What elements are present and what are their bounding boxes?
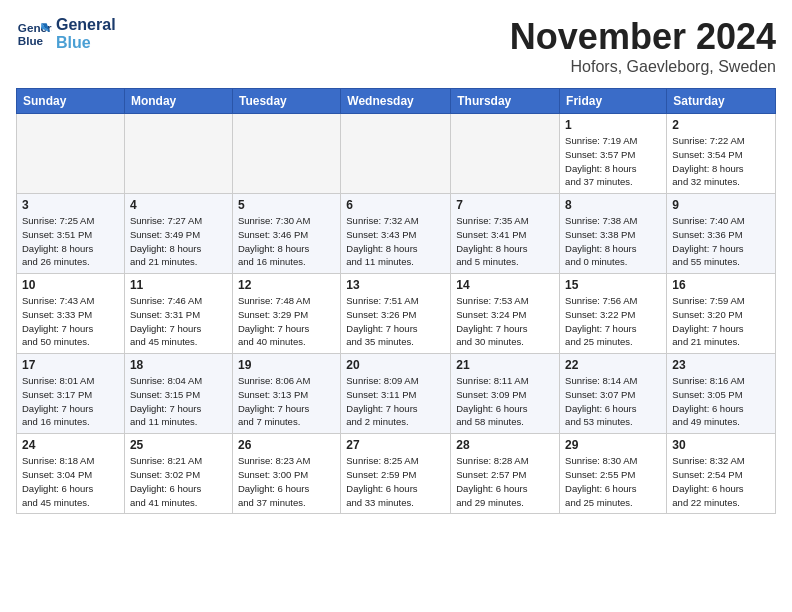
calendar-cell (451, 114, 560, 194)
month-title: November 2024 (510, 16, 776, 58)
day-number: 30 (672, 438, 770, 452)
day-number: 28 (456, 438, 554, 452)
day-number: 14 (456, 278, 554, 292)
calendar-cell: 21Sunrise: 8:11 AM Sunset: 3:09 PM Dayli… (451, 354, 560, 434)
day-info: Sunrise: 8:16 AM Sunset: 3:05 PM Dayligh… (672, 374, 770, 429)
weekday-header-thursday: Thursday (451, 89, 560, 114)
day-number: 1 (565, 118, 661, 132)
day-info: Sunrise: 7:43 AM Sunset: 3:33 PM Dayligh… (22, 294, 119, 349)
day-info: Sunrise: 8:04 AM Sunset: 3:15 PM Dayligh… (130, 374, 227, 429)
day-info: Sunrise: 7:53 AM Sunset: 3:24 PM Dayligh… (456, 294, 554, 349)
day-info: Sunrise: 7:56 AM Sunset: 3:22 PM Dayligh… (565, 294, 661, 349)
day-info: Sunrise: 7:46 AM Sunset: 3:31 PM Dayligh… (130, 294, 227, 349)
day-number: 20 (346, 358, 445, 372)
day-number: 15 (565, 278, 661, 292)
calendar-header-row: SundayMondayTuesdayWednesdayThursdayFrid… (17, 89, 776, 114)
weekday-header-sunday: Sunday (17, 89, 125, 114)
day-info: Sunrise: 7:30 AM Sunset: 3:46 PM Dayligh… (238, 214, 335, 269)
day-info: Sunrise: 7:40 AM Sunset: 3:36 PM Dayligh… (672, 214, 770, 269)
day-number: 10 (22, 278, 119, 292)
page-header: General Blue General Blue November 2024 … (16, 16, 776, 76)
calendar-cell: 28Sunrise: 8:28 AM Sunset: 2:57 PM Dayli… (451, 434, 560, 514)
calendar-cell: 14Sunrise: 7:53 AM Sunset: 3:24 PM Dayli… (451, 274, 560, 354)
day-info: Sunrise: 8:01 AM Sunset: 3:17 PM Dayligh… (22, 374, 119, 429)
day-info: Sunrise: 7:19 AM Sunset: 3:57 PM Dayligh… (565, 134, 661, 189)
day-number: 22 (565, 358, 661, 372)
day-number: 2 (672, 118, 770, 132)
day-number: 7 (456, 198, 554, 212)
calendar-cell: 6Sunrise: 7:32 AM Sunset: 3:43 PM Daylig… (341, 194, 451, 274)
day-number: 8 (565, 198, 661, 212)
calendar-cell: 29Sunrise: 8:30 AM Sunset: 2:55 PM Dayli… (560, 434, 667, 514)
day-info: Sunrise: 7:59 AM Sunset: 3:20 PM Dayligh… (672, 294, 770, 349)
day-info: Sunrise: 8:28 AM Sunset: 2:57 PM Dayligh… (456, 454, 554, 509)
day-number: 16 (672, 278, 770, 292)
day-info: Sunrise: 7:35 AM Sunset: 3:41 PM Dayligh… (456, 214, 554, 269)
calendar-cell: 24Sunrise: 8:18 AM Sunset: 3:04 PM Dayli… (17, 434, 125, 514)
calendar-cell: 13Sunrise: 7:51 AM Sunset: 3:26 PM Dayli… (341, 274, 451, 354)
day-number: 27 (346, 438, 445, 452)
day-info: Sunrise: 8:25 AM Sunset: 2:59 PM Dayligh… (346, 454, 445, 509)
calendar-week-row: 1Sunrise: 7:19 AM Sunset: 3:57 PM Daylig… (17, 114, 776, 194)
calendar-cell: 11Sunrise: 7:46 AM Sunset: 3:31 PM Dayli… (124, 274, 232, 354)
day-number: 19 (238, 358, 335, 372)
calendar-cell: 30Sunrise: 8:32 AM Sunset: 2:54 PM Dayli… (667, 434, 776, 514)
day-info: Sunrise: 8:11 AM Sunset: 3:09 PM Dayligh… (456, 374, 554, 429)
calendar-cell: 12Sunrise: 7:48 AM Sunset: 3:29 PM Dayli… (232, 274, 340, 354)
day-info: Sunrise: 7:27 AM Sunset: 3:49 PM Dayligh… (130, 214, 227, 269)
day-number: 23 (672, 358, 770, 372)
calendar-cell: 18Sunrise: 8:04 AM Sunset: 3:15 PM Dayli… (124, 354, 232, 434)
day-number: 5 (238, 198, 335, 212)
day-info: Sunrise: 7:22 AM Sunset: 3:54 PM Dayligh… (672, 134, 770, 189)
calendar-cell: 10Sunrise: 7:43 AM Sunset: 3:33 PM Dayli… (17, 274, 125, 354)
day-number: 9 (672, 198, 770, 212)
calendar-cell: 8Sunrise: 7:38 AM Sunset: 3:38 PM Daylig… (560, 194, 667, 274)
day-number: 11 (130, 278, 227, 292)
day-info: Sunrise: 8:32 AM Sunset: 2:54 PM Dayligh… (672, 454, 770, 509)
calendar-cell (17, 114, 125, 194)
day-info: Sunrise: 8:23 AM Sunset: 3:00 PM Dayligh… (238, 454, 335, 509)
weekday-header-saturday: Saturday (667, 89, 776, 114)
logo-icon: General Blue (16, 16, 52, 52)
logo-line2: Blue (56, 34, 116, 52)
svg-text:Blue: Blue (18, 34, 44, 47)
calendar-week-row: 3Sunrise: 7:25 AM Sunset: 3:51 PM Daylig… (17, 194, 776, 274)
day-number: 29 (565, 438, 661, 452)
calendar-cell: 19Sunrise: 8:06 AM Sunset: 3:13 PM Dayli… (232, 354, 340, 434)
day-number: 18 (130, 358, 227, 372)
calendar-cell (124, 114, 232, 194)
calendar-cell: 27Sunrise: 8:25 AM Sunset: 2:59 PM Dayli… (341, 434, 451, 514)
location-subtitle: Hofors, Gaevleborg, Sweden (510, 58, 776, 76)
calendar-cell: 7Sunrise: 7:35 AM Sunset: 3:41 PM Daylig… (451, 194, 560, 274)
calendar-cell: 4Sunrise: 7:27 AM Sunset: 3:49 PM Daylig… (124, 194, 232, 274)
calendar-cell: 5Sunrise: 7:30 AM Sunset: 3:46 PM Daylig… (232, 194, 340, 274)
weekday-header-friday: Friday (560, 89, 667, 114)
day-number: 17 (22, 358, 119, 372)
title-block: November 2024 Hofors, Gaevleborg, Sweden (510, 16, 776, 76)
calendar-week-row: 24Sunrise: 8:18 AM Sunset: 3:04 PM Dayli… (17, 434, 776, 514)
day-info: Sunrise: 8:14 AM Sunset: 3:07 PM Dayligh… (565, 374, 661, 429)
calendar-cell (341, 114, 451, 194)
weekday-header-wednesday: Wednesday (341, 89, 451, 114)
calendar-cell: 16Sunrise: 7:59 AM Sunset: 3:20 PM Dayli… (667, 274, 776, 354)
day-info: Sunrise: 7:25 AM Sunset: 3:51 PM Dayligh… (22, 214, 119, 269)
day-info: Sunrise: 7:32 AM Sunset: 3:43 PM Dayligh… (346, 214, 445, 269)
day-info: Sunrise: 7:51 AM Sunset: 3:26 PM Dayligh… (346, 294, 445, 349)
day-info: Sunrise: 7:38 AM Sunset: 3:38 PM Dayligh… (565, 214, 661, 269)
day-number: 25 (130, 438, 227, 452)
calendar-cell: 3Sunrise: 7:25 AM Sunset: 3:51 PM Daylig… (17, 194, 125, 274)
calendar-cell: 20Sunrise: 8:09 AM Sunset: 3:11 PM Dayli… (341, 354, 451, 434)
day-number: 6 (346, 198, 445, 212)
calendar-cell (232, 114, 340, 194)
logo: General Blue General Blue (16, 16, 116, 52)
day-number: 21 (456, 358, 554, 372)
day-info: Sunrise: 8:09 AM Sunset: 3:11 PM Dayligh… (346, 374, 445, 429)
calendar-cell: 23Sunrise: 8:16 AM Sunset: 3:05 PM Dayli… (667, 354, 776, 434)
calendar-cell: 9Sunrise: 7:40 AM Sunset: 3:36 PM Daylig… (667, 194, 776, 274)
day-info: Sunrise: 8:06 AM Sunset: 3:13 PM Dayligh… (238, 374, 335, 429)
calendar-cell: 25Sunrise: 8:21 AM Sunset: 3:02 PM Dayli… (124, 434, 232, 514)
calendar-cell: 22Sunrise: 8:14 AM Sunset: 3:07 PM Dayli… (560, 354, 667, 434)
calendar-week-row: 17Sunrise: 8:01 AM Sunset: 3:17 PM Dayli… (17, 354, 776, 434)
calendar-cell: 26Sunrise: 8:23 AM Sunset: 3:00 PM Dayli… (232, 434, 340, 514)
calendar-cell: 17Sunrise: 8:01 AM Sunset: 3:17 PM Dayli… (17, 354, 125, 434)
